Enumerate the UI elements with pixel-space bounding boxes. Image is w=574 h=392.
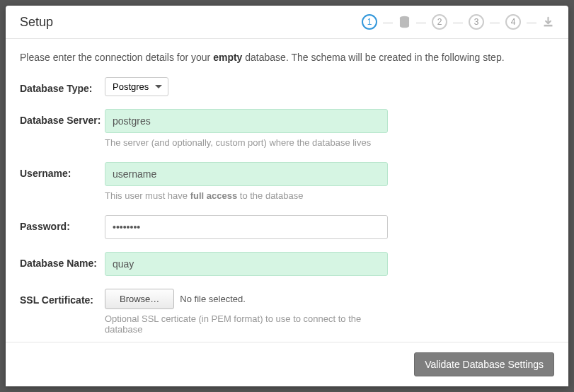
modal-header: Setup 1 — — 2 — 3 — 4 — (6, 6, 568, 39)
modal-footer: Validate Database Settings (6, 342, 568, 386)
db-name-label: Database Name: (20, 252, 105, 269)
page-title: Setup (20, 15, 53, 30)
intro-pre: Please enter the connection details for … (20, 52, 213, 63)
step-2[interactable]: 2 (432, 14, 447, 30)
password-input[interactable] (105, 215, 388, 239)
step-separator: — (453, 16, 463, 28)
setup-modal: Setup 1 — — 2 — 3 — 4 — Please enter the… (6, 6, 568, 386)
step-1[interactable]: 1 (362, 14, 377, 30)
download-icon (542, 16, 554, 28)
db-server-input[interactable] (105, 109, 388, 133)
step-4[interactable]: 4 (505, 14, 521, 30)
validate-button[interactable]: Validate Database Settings (414, 352, 554, 376)
modal-body: Please enter the connection details for … (6, 39, 568, 342)
username-hint-post: to the database (237, 190, 303, 201)
username-hint-pre: This user must have (105, 190, 190, 201)
db-server-label: Database Server: (20, 109, 105, 126)
db-name-input[interactable] (105, 252, 388, 276)
step-separator: — (383, 16, 393, 28)
username-input[interactable] (105, 162, 388, 186)
password-label: Password: (20, 215, 105, 232)
step-separator: — (416, 16, 426, 28)
ssl-hint: Optional SSL certicate (in PEM format) t… (105, 313, 388, 335)
username-hint-strong: full access (190, 190, 238, 201)
step-3[interactable]: 3 (469, 14, 484, 30)
intro-post: database. The schema will be created in … (242, 52, 504, 63)
database-icon (398, 16, 411, 28)
browse-button[interactable]: Browse… (105, 289, 174, 309)
db-type-select[interactable]: Postgres (105, 77, 168, 96)
file-status: No file selected. (180, 294, 246, 304)
intro-text: Please enter the connection details for … (20, 52, 554, 63)
username-label: Username: (20, 162, 105, 179)
intro-empty: empty (213, 52, 242, 63)
stepper: 1 — — 2 — 3 — 4 — (362, 14, 554, 30)
step-separator: — (490, 16, 500, 28)
username-hint: This user must have full access to the d… (105, 190, 388, 201)
db-server-hint: The server (and optionally, custom port)… (105, 137, 388, 148)
step-separator: — (527, 16, 536, 28)
ssl-label: SSL Certificate: (20, 289, 105, 306)
db-type-label: Database Type: (20, 77, 105, 94)
